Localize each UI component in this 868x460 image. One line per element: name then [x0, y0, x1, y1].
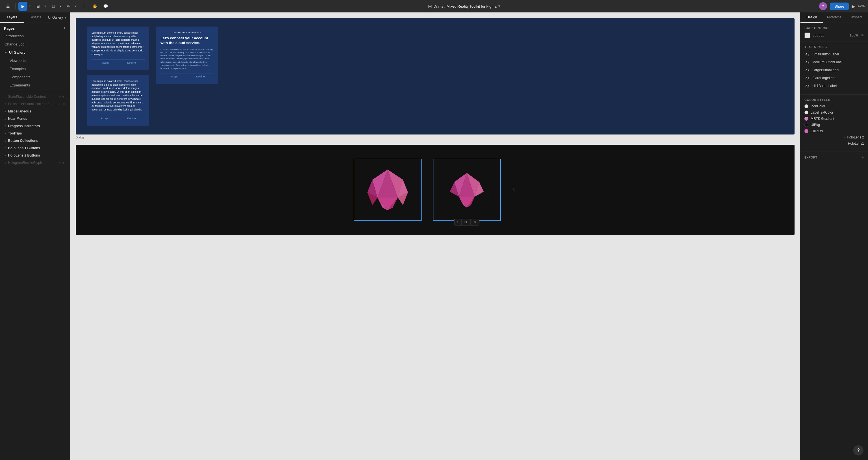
title-dropdown-icon[interactable]: ▼ [498, 4, 501, 8]
page-item-viewports[interactable]: Viewports [2, 57, 68, 65]
pen-tool-button[interactable]: ✏ [64, 2, 73, 11]
right-panel-tabs: Design Prototype Inspect [801, 12, 868, 23]
style-row-smallbuttonlabel[interactable]: Ag SmallButtonLabel [804, 52, 864, 57]
layer-icon-buttoncollections: ≡ [4, 139, 6, 143]
add-page-button[interactable]: + [63, 26, 66, 31]
page-item-introduction[interactable]: Introduction [2, 32, 68, 40]
layer-item-tooltips[interactable]: ≡ ToolTips [2, 130, 68, 137]
breadcrumb-title[interactable]: Mixed Reality Toolkit for Figma [446, 4, 496, 8]
color-swatch-iconcolor [804, 104, 808, 108]
layer-action-eye2[interactable]: 👁 [62, 102, 65, 106]
style-row-hl1button[interactable]: Ag HL1ButtonLabel [804, 83, 864, 89]
move-tool-dropdown[interactable]: ▼ [28, 2, 32, 11]
layer-item-miscellaneous[interactable]: ≡ Miscellaneous [2, 108, 68, 115]
layer-item-stateplaceholder[interactable]: ≡ StatePlaceholderContent ⟳ 👁 [2, 93, 68, 100]
color-row-hololens2[interactable]: › HoloLens 2 [804, 135, 864, 139]
layer-item-hololens1buttons[interactable]: ≡ HoloLens 1 Buttons [2, 144, 68, 152]
dialog-cloud-decline[interactable]: Decline [187, 73, 214, 80]
shape-tool-button[interactable]: □ [49, 2, 58, 11]
svg-marker-7 [377, 197, 398, 210]
cursor-area: ↖ [512, 186, 517, 193]
layer-action-refresh3[interactable]: ⟳ [59, 161, 61, 164]
export-add-button[interactable]: + [862, 155, 864, 160]
tab-inspect[interactable]: Inspect [845, 12, 868, 23]
dialog-cloud-header: Connect to the cloud service [160, 31, 214, 34]
icosahedron-right [444, 167, 489, 213]
ui-gallery-label-area: UI Gallery ▼ [48, 12, 70, 23]
color-row-hololens1[interactable]: › HoloLens1 [804, 142, 864, 146]
dialog-accept-button-bottom[interactable]: Accept [92, 115, 118, 122]
color-row-uibkg[interactable]: UIBkg [804, 123, 864, 127]
style-row-mediumbuttonlabel[interactable]: Ag MediumButtonLabel [804, 59, 864, 65]
layer-item-hologramresize[interactable]: ≡ HologramResizeGlyph ⟳ 👁 [2, 159, 68, 166]
tab-layers[interactable]: Layers [0, 12, 24, 23]
layer-icon-nearmenus: ≡ [4, 117, 6, 120]
color-row-callouts[interactable]: Callouts [804, 129, 864, 133]
menu-button[interactable]: ☰ [3, 2, 12, 11]
layer-name-stateplaceholder: StatePlaceholderContent [8, 95, 57, 99]
threed-section: › ⚙ ✕ ↖ [76, 145, 795, 235]
layer-item-buttoncollections[interactable]: ≡ Button Collections [2, 137, 68, 144]
layer-item-pressablebutton[interactable]: ≡ PressableButtonHoloLens2_... ⟳ 👁 [2, 100, 68, 108]
text-tool-button[interactable]: T [80, 2, 88, 11]
layer-icon-progress: ≡ [4, 124, 6, 128]
page-label-introduction: Introduction [4, 34, 24, 38]
tab-design[interactable]: Design [801, 12, 823, 23]
comment-tool-button[interactable]: 💬 [101, 2, 110, 11]
grid-icon[interactable]: ⊞ [428, 4, 432, 9]
page-label-examples: Examples [10, 67, 26, 71]
play-button[interactable]: ▶ [851, 4, 855, 9]
threed-frame-left[interactable] [354, 159, 422, 221]
layer-item-progressindicators[interactable]: ≡ Progress Indicators [2, 122, 68, 130]
style-row-extralarge[interactable]: Ag ExtraLargeLabel [804, 75, 864, 81]
layer-icon-misc: ≡ [4, 110, 6, 113]
pen-tool-dropdown[interactable]: ▼ [74, 2, 78, 11]
color-row-labeltextcolor[interactable]: LabelTextColor [804, 111, 864, 115]
breadcrumb-drafts[interactable]: Drafts [433, 4, 443, 8]
layer-item-hololens2buttons[interactable]: ≡ HoloLens 2 Buttons [2, 152, 68, 159]
help-button[interactable]: ? [853, 445, 864, 456]
canvas-area[interactable]: Lorem ipsum dolor sit amet, consectetuer… [70, 12, 800, 460]
background-eye-button[interactable]: 👁 [861, 33, 864, 37]
dialog-cloud-accept[interactable]: Accept [160, 73, 187, 80]
tab-assets[interactable]: Assets [24, 12, 48, 23]
ui-gallery-dropdown[interactable]: ▼ [64, 16, 67, 19]
text-style-ag-icon-2: Ag [804, 59, 810, 65]
frame-toolbar-chevron[interactable]: › [454, 219, 461, 225]
layer-action-eye3[interactable]: 👁 [62, 161, 65, 164]
threed-frame-right[interactable]: › ⚙ ✕ [433, 159, 501, 221]
layer-action-refresh2[interactable]: ⟳ [59, 102, 61, 106]
right-panel-scroll: Background E5E5E5 100% 👁 Text Styles Ag … [801, 23, 868, 460]
text-styles-title: Text Styles [804, 45, 864, 49]
dialog-decline-button-top[interactable]: Decline [118, 59, 145, 66]
page-item-changelog[interactable]: Change Log [2, 40, 68, 48]
ui-gallery-label: UI Gallery [48, 16, 63, 20]
layer-name-misc: Miscellaneous [8, 109, 65, 113]
frame-toolbar-settings[interactable]: ⚙ [461, 219, 470, 225]
breadcrumb-separator: / [444, 4, 445, 8]
frame-tool-button[interactable]: ⊞ [34, 2, 43, 11]
page-label-components: Components [10, 75, 31, 79]
dialog-top-buttons: Accept Decline [92, 59, 145, 66]
share-button[interactable]: Share [830, 3, 849, 10]
tab-prototype[interactable]: Prototype [823, 12, 846, 23]
color-row-mrtkgradient[interactable]: MRTK Gradient [804, 117, 864, 121]
hand-tool-button[interactable]: ✋ [90, 2, 99, 11]
page-item-examples[interactable]: Examples [2, 65, 68, 73]
layer-action-refresh[interactable]: ⟳ [59, 95, 61, 98]
color-name-uibkg: UIBkg [811, 123, 820, 127]
style-row-largebuttonlabel[interactable]: Ag LargeButtonLabel [804, 67, 864, 73]
page-item-components[interactable]: Components [2, 73, 68, 81]
dialog-accept-button-top[interactable]: Accept [92, 59, 118, 66]
layer-item-nearmenus[interactable]: ≡ Near Menus [2, 115, 68, 122]
background-swatch[interactable] [804, 32, 810, 38]
move-tool-button[interactable]: ▶ [19, 2, 27, 11]
page-item-uigallery[interactable]: ▼ UI Gallery [2, 48, 68, 57]
color-row-iconcolor[interactable]: IconColor [804, 104, 864, 108]
shape-tool-dropdown[interactable]: ▼ [59, 2, 62, 11]
dialog-decline-button-bottom[interactable]: Decline [118, 115, 145, 122]
layer-action-eye[interactable]: 👁 [62, 95, 65, 98]
page-item-experiments[interactable]: Experiments [2, 81, 68, 89]
frame-toolbar-close[interactable]: ✕ [470, 219, 479, 225]
frame-tool-dropdown[interactable]: ▼ [43, 2, 47, 11]
